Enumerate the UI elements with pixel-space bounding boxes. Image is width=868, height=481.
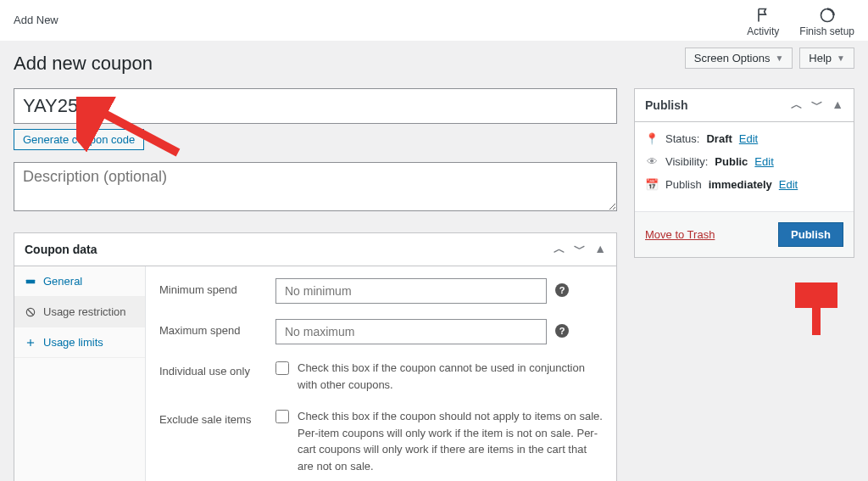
panel-toggle-icon[interactable]: ▲ (594, 242, 606, 257)
tab-usage-limits[interactable]: Usage limits (14, 327, 145, 358)
maximum-spend-label: Maximum spend (159, 319, 265, 337)
status-label: Status: (665, 132, 699, 145)
exclude-sale-label: Exclude sale items (159, 408, 265, 426)
panel-up-icon[interactable]: ︿ (791, 98, 803, 113)
minimum-spend-label: Minimum spend (159, 278, 265, 296)
publish-time-value: immediately (709, 178, 772, 191)
panel-down-icon[interactable]: ﹀ (811, 98, 823, 113)
edit-visibility-link[interactable]: Edit (754, 155, 773, 168)
maximum-spend-input[interactable] (275, 319, 547, 344)
individual-use-help: Check this box if the coupon cannot be u… (298, 360, 603, 393)
exclude-sale-help: Check this box if the coupon should not … (298, 408, 603, 474)
svg-line-3 (28, 309, 34, 315)
help-icon[interactable]: ? (555, 283, 569, 297)
eye-icon: 👁 (645, 155, 659, 168)
calendar-icon: 📅 (645, 178, 659, 191)
finish-setup-link[interactable]: Finish setup (799, 7, 854, 37)
tab-general[interactable]: General (14, 266, 145, 297)
coupon-data-panel: Coupon data ︿ ﹀ ▲ General (14, 232, 617, 481)
progress-circle-icon (819, 7, 836, 24)
publish-time-label: Publish (665, 178, 702, 191)
help-icon[interactable]: ? (555, 324, 569, 338)
coupon-data-title: Coupon data (25, 243, 97, 256)
activity-link[interactable]: Activity (747, 7, 779, 37)
coupon-code-input[interactable] (14, 88, 617, 124)
pin-icon: 📍 (645, 132, 659, 145)
screen-options-button[interactable]: Screen Options ▼ (685, 48, 793, 69)
status-value: Draft (706, 132, 732, 145)
ticket-icon (25, 276, 36, 288)
description-input[interactable] (14, 162, 617, 211)
exclude-sale-checkbox[interactable] (275, 410, 289, 423)
finish-setup-label: Finish setup (799, 25, 854, 37)
publish-title: Publish (645, 98, 688, 112)
edit-status-link[interactable]: Edit (739, 132, 758, 145)
move-to-trash-link[interactable]: Move to Trash (645, 228, 715, 241)
publish-button[interactable]: Publish (778, 222, 843, 247)
svg-rect-1 (26, 279, 36, 283)
chevron-down-icon: ▼ (775, 53, 783, 63)
chevron-down-icon: ▼ (837, 53, 845, 63)
flag-icon (754, 7, 771, 24)
edit-publish-time-link[interactable]: Edit (779, 178, 798, 191)
help-button[interactable]: Help ▼ (799, 48, 854, 69)
minimum-spend-input[interactable] (275, 278, 547, 304)
tab-usage-restriction[interactable]: Usage restriction (14, 297, 145, 327)
visibility-value: Public (715, 155, 748, 168)
panel-toggle-icon[interactable]: ▲ (832, 98, 843, 113)
individual-use-checkbox[interactable] (275, 361, 289, 375)
individual-use-label: Individual use only (159, 360, 265, 378)
panel-down-icon[interactable]: ﹀ (574, 242, 586, 257)
panel-up-icon[interactable]: ︿ (554, 242, 565, 257)
ban-icon (25, 306, 36, 318)
generate-coupon-code-button[interactable]: Generate coupon code (14, 129, 144, 150)
publish-panel: Publish ︿ ﹀ ▲ 📍 Status: Draft Edit (634, 88, 854, 258)
breadcrumb-add-new[interactable]: Add New (14, 7, 58, 26)
activity-label: Activity (747, 25, 779, 37)
visibility-label: Visibility: (665, 155, 708, 168)
plus-icon (25, 337, 36, 349)
